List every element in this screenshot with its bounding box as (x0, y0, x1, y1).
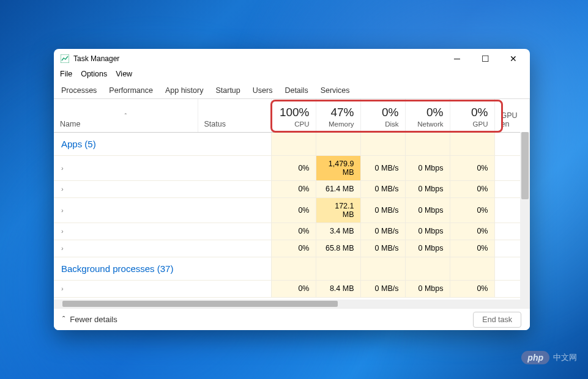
cell-disk: 0 MB/s (360, 155, 405, 180)
table-row[interactable]: ›0%172.1 MB0 MB/s0 Mbps0% (54, 197, 530, 223)
watermark-badge: php (521, 351, 549, 364)
vertical-scrollbar[interactable] (520, 132, 530, 300)
col-network[interactable]: 0% Network (405, 99, 450, 132)
tab-processes[interactable]: Processes (59, 84, 99, 98)
cell-gpu: 0% (450, 180, 494, 197)
close-button[interactable]: ✕ (499, 49, 527, 68)
fewer-details-label: Fewer details (70, 315, 117, 324)
tab-users[interactable]: Users (250, 84, 275, 98)
content-area: ˆ Name Status 100% CPU 47% Memory (54, 99, 530, 300)
chevron-right-icon[interactable]: › (61, 245, 64, 252)
group-label: Background processes (37) (54, 257, 198, 280)
cell-memory: 61.4 MB (316, 180, 360, 197)
tab-app-history[interactable]: App history (163, 84, 206, 98)
cell-gpu: 0% (450, 223, 494, 240)
cell-gpu: 0% (450, 155, 494, 180)
watermark: php 中文网 (521, 351, 577, 364)
sort-arrow-icon: ˆ (60, 112, 192, 120)
tab-startup[interactable]: Startup (213, 84, 242, 98)
menu-file[interactable]: File (60, 70, 72, 78)
cell-memory: 1,479.9 MB (316, 155, 360, 180)
menu-options[interactable]: Options (81, 70, 107, 78)
col-gpu-engine[interactable]: GPU en (494, 99, 530, 132)
window-title: Task Manager (73, 54, 443, 63)
cell-disk: 0 MB/s (360, 197, 405, 223)
task-manager-window: Task Manager ─ ☐ ✕ File Options View Pro… (54, 49, 530, 330)
cell-cpu: 0% (271, 280, 316, 297)
cell-disk: 0 MB/s (360, 280, 405, 297)
cell-network: 0 Mbps (405, 180, 450, 197)
maximize-button[interactable]: ☐ (471, 49, 499, 68)
cell-disk: 0 MB/s (360, 180, 405, 197)
window-controls: ─ ☐ ✕ (443, 49, 527, 68)
cell-network: 0 Mbps (405, 240, 450, 257)
group-row[interactable]: Apps (5) (54, 132, 530, 155)
cell-network: 0 Mbps (405, 155, 450, 180)
cell-memory: 8.4 MB (316, 280, 360, 297)
vertical-scroll-thumb[interactable] (521, 132, 529, 199)
table-row[interactable]: ›0%1,479.9 MB0 MB/s0 Mbps0% (54, 155, 530, 180)
menubar: File Options View (54, 68, 530, 82)
end-task-button[interactable]: End task (473, 312, 521, 328)
col-cpu[interactable]: 100% CPU (271, 99, 316, 132)
cell-network: 0 Mbps (405, 197, 450, 223)
cell-cpu: 0% (271, 155, 316, 180)
table-wrap[interactable]: ˆ Name Status 100% CPU 47% Memory (54, 99, 530, 300)
fewer-details-toggle[interactable]: ˆ Fewer details (62, 315, 117, 324)
titlebar[interactable]: Task Manager ─ ☐ ✕ (54, 49, 530, 68)
tab-details[interactable]: Details (282, 84, 310, 98)
cell-network: 0 Mbps (405, 280, 450, 297)
col-status[interactable]: Status (198, 99, 271, 132)
status-strip: ˆ Fewer details End task (54, 308, 530, 330)
tab-services[interactable]: Services (318, 84, 352, 98)
cell-cpu: 0% (271, 240, 316, 257)
horizontal-scrollbar[interactable] (54, 300, 530, 308)
cell-gpu: 0% (450, 280, 494, 297)
col-gpu[interactable]: 0% GPU (450, 99, 494, 132)
chevron-right-icon[interactable]: › (61, 227, 64, 235)
chevron-right-icon[interactable]: › (61, 207, 64, 214)
cell-memory: 65.8 MB (316, 240, 360, 257)
cell-cpu: 0% (271, 180, 316, 197)
chevron-right-icon[interactable]: › (61, 285, 64, 292)
process-table: ˆ Name Status 100% CPU 47% Memory (54, 99, 530, 298)
chevron-up-icon: ˆ (62, 315, 65, 324)
table-row[interactable]: ›0%8.4 MB0 MB/s0 Mbps0% (54, 280, 530, 297)
table-row[interactable]: ›0%3.4 MB0 MB/s0 Mbps0% (54, 223, 530, 240)
tab-performance[interactable]: Performance (106, 84, 155, 98)
cell-gpu: 0% (450, 197, 494, 223)
cell-disk: 0 MB/s (360, 223, 405, 240)
menu-view[interactable]: View (116, 70, 132, 78)
tab-bar: Processes Performance App history Startu… (54, 82, 530, 99)
table-row[interactable]: ›0%61.4 MB0 MB/s0 Mbps0% (54, 180, 530, 197)
cell-memory: 3.4 MB (316, 223, 360, 240)
app-icon (60, 54, 70, 64)
horizontal-scroll-thumb[interactable] (62, 301, 338, 307)
cell-disk: 0 MB/s (360, 240, 405, 257)
cell-gpu: 0% (450, 240, 494, 257)
cell-cpu: 0% (271, 197, 316, 223)
minimize-button[interactable]: ─ (443, 49, 471, 68)
chevron-right-icon[interactable]: › (61, 185, 64, 193)
table-row[interactable]: ›0%65.8 MB0 MB/s0 Mbps0% (54, 240, 530, 257)
col-name[interactable]: ˆ Name (54, 99, 198, 132)
chevron-right-icon[interactable]: › (61, 164, 64, 172)
watermark-text: 中文网 (553, 352, 577, 363)
cell-memory: 172.1 MB (316, 197, 360, 223)
group-row[interactable]: Background processes (37) (54, 257, 530, 280)
cell-cpu: 0% (271, 223, 316, 240)
col-memory[interactable]: 47% Memory (316, 99, 360, 132)
col-disk[interactable]: 0% Disk (360, 99, 405, 132)
group-label: Apps (5) (54, 132, 198, 155)
cell-network: 0 Mbps (405, 223, 450, 240)
